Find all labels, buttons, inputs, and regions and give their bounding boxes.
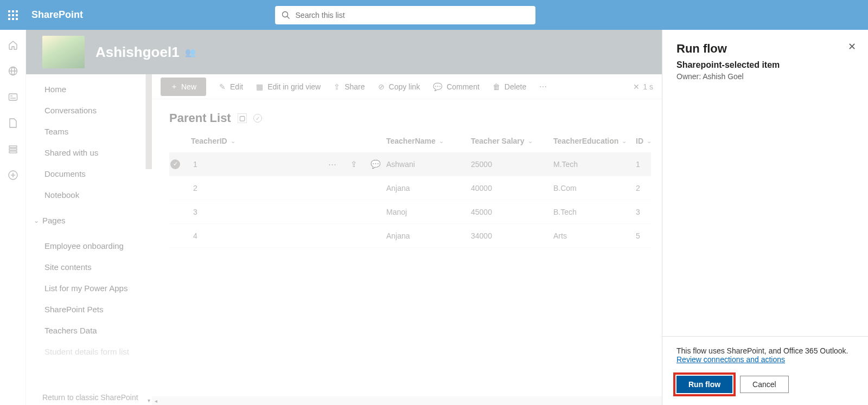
app-launcher[interactable] [0, 0, 26, 30]
table-row[interactable]: ✓1⋯⇪💬Ashwani25000M.Tech1 [169, 152, 651, 176]
horizontal-scrollbar[interactable]: ◂ [152, 396, 662, 405]
chevron-down-icon: ⌄ [34, 217, 39, 224]
panel-title: Run flow [676, 42, 854, 56]
nav-pages-group[interactable]: ⌄ Pages [26, 210, 152, 231]
clear-selection[interactable]: ✕1 s [633, 82, 653, 91]
comment-icon: 💬 [433, 82, 442, 91]
cell-salary: 34000 [471, 232, 553, 240]
nav-item[interactable]: Shared with us [26, 142, 152, 163]
col-teacherid[interactable]: TeacherID⌄ [191, 137, 321, 145]
files-icon[interactable] [8, 118, 18, 128]
share-icon: ⇪ [334, 82, 340, 91]
cancel-button[interactable]: Cancel [740, 376, 789, 393]
col-salary[interactable]: Teacher Salary⌄ [471, 137, 553, 145]
globe-icon[interactable] [8, 66, 18, 76]
chevron-down-icon: ⌄ [622, 138, 627, 145]
new-button[interactable]: ＋ New [161, 78, 206, 96]
nav-item[interactable]: SharePoint Pets [26, 299, 152, 320]
nav-scroll-down-icon[interactable]: ▾ [145, 395, 152, 405]
nav-item[interactable]: Notebook [26, 184, 152, 205]
site-title[interactable]: Ashishgoel1 [95, 44, 180, 61]
table-row[interactable]: 2Anjana40000B.Com2 [169, 176, 651, 200]
svg-rect-8 [9, 146, 17, 147]
delete-label: Delete [505, 82, 526, 91]
chevron-down-icon: ⌄ [439, 138, 444, 145]
search-input[interactable] [296, 11, 529, 20]
chevron-down-icon: ⌄ [231, 138, 235, 145]
cell-teacherid: 4 [191, 232, 321, 240]
nav-item[interactable]: Site contents [26, 256, 152, 278]
copylink-label: Copy link [389, 82, 420, 91]
selection-count: 1 s [643, 82, 653, 91]
cell-salary: 40000 [471, 184, 553, 192]
home-icon[interactable] [8, 40, 18, 50]
review-connections-link[interactable]: Review connections and actions [676, 355, 785, 364]
nav-item[interactable]: Employee onboarding [26, 235, 152, 256]
news-icon[interactable] [8, 92, 18, 102]
share-button[interactable]: ⇪Share [334, 82, 365, 91]
new-label: New [181, 82, 196, 91]
svg-line-1 [287, 16, 289, 18]
search-icon [282, 11, 290, 20]
edit-grid-button[interactable]: ▦Edit in grid view [256, 82, 321, 91]
cell-edu: Arts [553, 232, 636, 240]
run-flow-button[interactable]: Run flow [676, 376, 732, 393]
edit-button[interactable]: ✎Edit [219, 82, 243, 91]
grid-icon: ▦ [256, 82, 263, 91]
cell-edu: B.Tech [553, 208, 636, 216]
more-button[interactable]: ⋯ [539, 82, 547, 91]
table-row[interactable]: 4Anjana34000Arts5 [169, 224, 651, 248]
add-icon[interactable] [8, 170, 18, 181]
site-logo [42, 36, 85, 68]
more-icon: ⋯ [539, 82, 547, 91]
flow-owner: Owner: Ashish Goel [676, 72, 854, 81]
nav-item[interactable]: List for my Power Apps [26, 278, 152, 299]
row-more-icon[interactable]: ⋯ [321, 159, 343, 169]
table-row[interactable]: 3Manoj45000B.Tech3 [169, 200, 651, 224]
comment-label: Comment [446, 82, 480, 91]
cell-teacherid: 2 [191, 184, 321, 192]
panel-close-button[interactable]: ✕ [848, 41, 856, 53]
site-nav: HomeConversationsTeamsShared with usDocu… [26, 74, 152, 405]
scroll-left-icon[interactable]: ◂ [152, 396, 159, 405]
selected-check-icon: ✓ [170, 159, 180, 169]
run-flow-panel: Run flow ✕ Sharepoint-selected item Owne… [662, 30, 868, 405]
cell-salary: 25000 [471, 160, 553, 169]
delete-button[interactable]: 🗑Delete [493, 82, 526, 91]
nav-item[interactable]: Documents [26, 163, 152, 184]
flow-uses-text: This flow uses SharePoint, and Office 36… [676, 346, 854, 355]
svg-rect-10 [9, 151, 17, 153]
plus-icon: ＋ [170, 82, 178, 92]
cell-teacherid: 3 [191, 208, 321, 216]
list-icon[interactable] [8, 144, 18, 155]
nav-item[interactable]: Home [26, 79, 152, 100]
link-icon: ⊘ [378, 82, 385, 91]
svg-rect-5 [9, 94, 17, 100]
cell-teacherid: 1 [191, 160, 321, 169]
cell-name: Anjana [386, 184, 471, 192]
row-share-icon[interactable]: ⇪ [343, 159, 365, 169]
nav-scrollbar[interactable] [145, 74, 152, 169]
chevron-down-icon: ⌄ [647, 138, 652, 145]
cell-name: Manoj [386, 208, 471, 216]
copylink-button[interactable]: ⊘Copy link [378, 82, 420, 91]
nav-item[interactable]: Conversations [26, 100, 152, 121]
cell-name: Anjana [386, 232, 471, 240]
flow-name: Sharepoint-selected item [676, 60, 854, 70]
comment-button[interactable]: 💬Comment [433, 82, 480, 91]
cell-name: Ashwani [386, 160, 471, 169]
teams-icon[interactable]: 👥 [185, 47, 196, 57]
nav-item[interactable]: Student details form list [26, 341, 152, 356]
return-classic-link[interactable]: Return to classic SharePoint [42, 393, 138, 402]
close-icon: ✕ [633, 82, 640, 91]
cell-edu: M.Tech [553, 160, 636, 169]
nav-item[interactable]: Teachers Data [26, 320, 152, 341]
trash-icon: 🗑 [493, 82, 500, 91]
row-comment-icon[interactable]: 💬 [365, 159, 386, 169]
col-edu[interactable]: TeacherEducation⌄ [553, 137, 636, 145]
nav-item[interactable]: Teams [26, 121, 152, 142]
sync-icon[interactable]: ▢ [238, 113, 247, 123]
search-box[interactable] [275, 6, 535, 24]
chevron-down-icon: ⌄ [528, 138, 533, 145]
col-teachername[interactable]: TeacherName⌄ [386, 137, 471, 145]
